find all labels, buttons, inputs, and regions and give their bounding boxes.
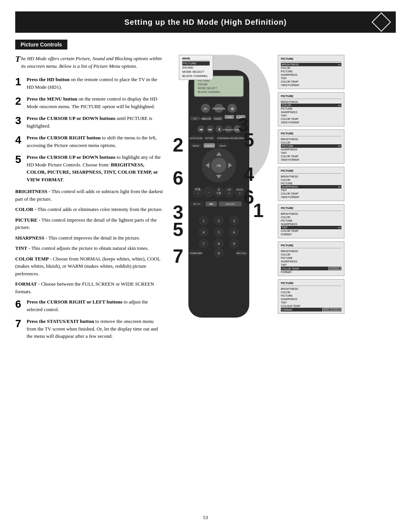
step-2: 2 Press the MENU button on the remote co… bbox=[15, 95, 164, 110]
svg-text:TV: TV bbox=[193, 118, 196, 120]
tv-screen-3: PICTURE BRIGHTNESS COLOR PICTURE 65 SHAR… bbox=[278, 129, 344, 164]
svg-text:MAIN: MAIN bbox=[220, 145, 226, 147]
screen-1-item-picture: PICTURE bbox=[281, 70, 341, 73]
tv-screen-7: PICTURE BRIGHTNESS COLOR PICTURE SHARPNE… bbox=[278, 279, 344, 314]
screen-4-title: PICTURE bbox=[281, 169, 341, 174]
step-3-number: 3 bbox=[15, 115, 24, 129]
section-header: Picture Controls bbox=[15, 40, 67, 50]
screen-4-item-picture: PICTURE bbox=[281, 182, 341, 185]
screen-4-item-viewformat: VIEW FORMAT bbox=[281, 195, 341, 199]
mm-item-block: BLOCK CHANNEL bbox=[182, 74, 210, 78]
step-5-number: 5 bbox=[15, 154, 24, 183]
num-overlay-3b: 3 bbox=[173, 201, 183, 224]
page-title: Setting up the HD Mode (High Definition) bbox=[37, 18, 374, 27]
step-4-number: 4 bbox=[15, 135, 24, 149]
tv-screen-6: PICTURE BRIGHTNESS COLOR PICTURE SHARPNE… bbox=[278, 241, 344, 276]
svg-text:−: − bbox=[207, 190, 209, 194]
step-4-content: Press the CURSOR RIGHT button to shift t… bbox=[27, 134, 164, 149]
left-column: The HD Mode offers certain Picture, Soun… bbox=[15, 55, 164, 345]
svg-text:+: + bbox=[228, 191, 230, 195]
screen-4-item-color: COLOR bbox=[281, 178, 341, 182]
page-number: 53 bbox=[203, 514, 208, 521]
svg-text:⏭: ⏭ bbox=[209, 128, 212, 131]
svg-text:⏻: ⏻ bbox=[231, 107, 234, 110]
desc-brightness: BRIGHTNESS - This control will adds or s… bbox=[15, 188, 164, 203]
step-5-bold: Press the CURSOR UP or DOWN buttons bbox=[27, 154, 116, 160]
screen-3-item-colortemp: COLOR TEMP bbox=[281, 155, 341, 158]
mm-item-mode: MODE SELECT bbox=[182, 70, 210, 74]
screen-2-item-sharpness: SHARPNESS bbox=[281, 110, 341, 114]
screen-2-item-colortemp: COLOR TEMP bbox=[281, 117, 341, 121]
step-2-content: Press the MENU button on the remote cont… bbox=[27, 95, 164, 110]
step-3-content: Press the CURSOR UP or DOWN buttons unti… bbox=[27, 115, 164, 129]
svg-text:⏸: ⏸ bbox=[218, 128, 221, 131]
screen-5-title: PICTURE bbox=[281, 206, 341, 211]
svg-text:AUTO SCAN: AUTO SCAN bbox=[190, 137, 203, 139]
screen-6-item-color: COLOR bbox=[281, 253, 341, 256]
screen-3-title: PICTURE bbox=[281, 132, 341, 136]
diamond-icon bbox=[372, 13, 391, 32]
screen-6-item-tint: TINT bbox=[281, 263, 341, 267]
screen-5-item-colortemp: COLOR TEMP bbox=[281, 229, 341, 233]
svg-text:MENU: MENU bbox=[193, 145, 199, 147]
screen-7-item-color: COLOR bbox=[281, 291, 341, 294]
screen-7-item-picture: PICTURE bbox=[281, 294, 341, 297]
svg-text:BLOCK CHANNEL: BLOCK CHANNEL bbox=[198, 91, 220, 93]
svg-text:2: 2 bbox=[218, 219, 220, 223]
svg-text:3: 3 bbox=[233, 219, 235, 223]
svg-text:+: + bbox=[239, 191, 241, 195]
svg-text:⏮: ⏮ bbox=[199, 128, 203, 131]
svg-text:7: 7 bbox=[203, 242, 205, 246]
desc-picture: PICTURE - This control improves the deta… bbox=[15, 216, 164, 231]
svg-text:ACTIVE: ACTIVE bbox=[205, 137, 213, 139]
screen-1-item-brightness: BRIGHTNESS 42 bbox=[281, 63, 341, 66]
svg-text:– AGE: – AGE bbox=[237, 116, 244, 118]
tv-screen-2: PICTURE BRIGHTNESS COLOR 40 PICTURE SHAR… bbox=[278, 92, 344, 126]
svg-text:6: 6 bbox=[233, 230, 235, 234]
svg-text:RECALL: RECALL bbox=[236, 252, 247, 255]
step-7-content: Press the STATUS/EXIT button to remove t… bbox=[27, 318, 164, 340]
svg-text:8: 8 bbox=[218, 242, 220, 246]
tv-screen-1: PICTURE BRIGHTNESS 42 COLOR PICTURE SHAR… bbox=[278, 55, 344, 89]
screen-1-item-color: COLOR bbox=[281, 66, 341, 70]
center-column: MAIN PICTURE SOUND MODE SELECT BLOCK CHA… bbox=[171, 55, 270, 325]
svg-text:PG TV: PG TV bbox=[193, 203, 200, 205]
screen-6-item-sharpness: SHARPNESS bbox=[281, 260, 341, 263]
step-2-bold: Press the MENU button bbox=[27, 96, 77, 102]
screen-5-item-sharpness: SHARPNESS bbox=[281, 222, 341, 226]
screen-6-title: PICTURE bbox=[281, 244, 341, 248]
screen-2-item-picture: PICTURE bbox=[281, 107, 341, 110]
step-6-content: Press the CURSOR RIGHT or LEFT buttons t… bbox=[27, 298, 164, 313]
svg-text:−: − bbox=[197, 191, 199, 195]
step-6: 6 Press the CURSOR RIGHT or LEFT buttons… bbox=[15, 298, 164, 313]
page-container: Setting up the HD Mode (High Definition)… bbox=[0, 0, 411, 532]
tv-screen-5: PICTURE BRIGHTNESS COLOR PICTURE SHARPNE… bbox=[278, 204, 344, 238]
screen-5-item-color: COLOR bbox=[281, 216, 341, 219]
screen-1-item-viewformat: VIEW FORMAT bbox=[281, 83, 341, 87]
step-5-bold2: BRIGHTNESS, COLOR, PICTURE, SHARPNESS, T… bbox=[27, 162, 158, 182]
screen-2-item-brightness: BRIGHTNESS bbox=[281, 100, 341, 104]
svg-text:CLEAR: CLEAR bbox=[214, 118, 221, 120]
step-1-number: 1 bbox=[15, 77, 24, 91]
svg-text:BASS: BASS bbox=[236, 188, 243, 191]
screen-3-item-sharpness: SHARPNESS bbox=[281, 148, 341, 151]
screen-4-item-sharpness: SHARPNESS 65 bbox=[281, 185, 341, 189]
step-1-bold: Press the HD button bbox=[27, 77, 70, 82]
screen-6-item-colortemp: COLOR TEMP NORMAL bbox=[281, 267, 341, 270]
title-bar: Setting up the HD Mode (High Definition) bbox=[15, 11, 396, 33]
svg-text:STATUS: STATUS bbox=[205, 145, 213, 147]
num-overlay-6a: 6 bbox=[173, 167, 183, 189]
svg-text:MODE SELECT: MODE SELECT bbox=[198, 87, 217, 89]
svg-text:AUTO RETURN: AUTO RETURN bbox=[228, 137, 244, 139]
mm-item-picture: PICTURE bbox=[182, 61, 210, 66]
desc-sharpness: SHARPNESS - This control improves the de… bbox=[15, 234, 164, 242]
step-5: 5 Press the CURSOR UP or DOWN buttons to… bbox=[15, 153, 164, 183]
drop-cap: T bbox=[15, 55, 20, 63]
screen-6-item-format: FORMAT bbox=[281, 270, 341, 274]
screen-2-title: PICTURE bbox=[281, 94, 341, 99]
svg-text:– DVD: – DVD bbox=[226, 116, 232, 118]
screen-3-item-tint: TINT bbox=[281, 151, 341, 155]
screen-6-item-picture: PICTURE bbox=[281, 256, 341, 260]
svg-text:5: 5 bbox=[218, 230, 220, 234]
svg-text:0: 0 bbox=[218, 251, 220, 255]
